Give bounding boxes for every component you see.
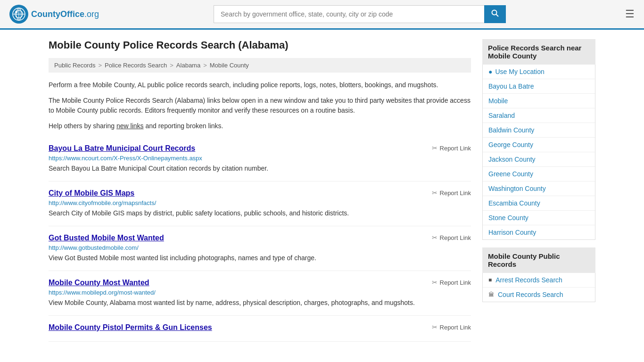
sidebar-item[interactable]: Washington County bbox=[483, 181, 595, 196]
result-header: Got Busted Mobile Most Wanted ✂ Report L… bbox=[49, 234, 471, 242]
breadcrumb-alabama[interactable]: Alabama bbox=[176, 62, 200, 69]
result-item: Got Busted Mobile Most Wanted ✂ Report L… bbox=[49, 226, 471, 271]
result-title[interactable]: City of Mobile GIS Maps bbox=[49, 189, 134, 197]
sidebar-item[interactable]: Saraland bbox=[483, 108, 595, 123]
sidebar-item[interactable]: Bayou La Batre bbox=[483, 79, 595, 94]
nearby-link[interactable]: Bayou La Batre bbox=[488, 82, 534, 90]
nearby-link[interactable]: Washington County bbox=[488, 185, 546, 192]
svg-point-6 bbox=[492, 10, 497, 15]
result-desc: Search City of Mobile GIS maps by distri… bbox=[49, 208, 471, 218]
result-title[interactable]: Got Busted Mobile Most Wanted bbox=[49, 234, 164, 242]
report-link-label: Report Link bbox=[440, 324, 471, 331]
sidebar-item[interactable]: Harrison County bbox=[483, 225, 595, 239]
use-location-item[interactable]: ● Use My Location bbox=[488, 68, 589, 75]
result-title[interactable]: Mobile County Most Wanted bbox=[49, 279, 149, 287]
sidebar-item[interactable]: Baldwin County bbox=[483, 123, 595, 138]
svg-line-7 bbox=[496, 15, 499, 17]
sidebar-nearby-section: Police Records Search near Mobile County… bbox=[482, 39, 595, 240]
nearby-link[interactable]: Mobile bbox=[488, 97, 508, 105]
nearby-link[interactable]: George County bbox=[488, 141, 533, 148]
breadcrumb-sep-1: > bbox=[98, 62, 102, 69]
result-url[interactable]: http://www.gotbustedmobile.com/ bbox=[49, 244, 471, 251]
sidebar-item[interactable]: George County bbox=[483, 138, 595, 152]
nearby-link[interactable]: Jackson County bbox=[488, 156, 536, 163]
result-title[interactable]: Bayou La Batre Municipal Court Records bbox=[49, 144, 195, 153]
sidebar-use-location[interactable]: ● Use My Location bbox=[483, 65, 595, 79]
logo-tld: .org bbox=[84, 9, 99, 19]
result-title[interactable]: Mobile County Pistol Permits & Gun Licen… bbox=[49, 323, 212, 332]
description-para-3: Help others by sharing new links and rep… bbox=[49, 121, 471, 131]
sidebar-nearby-links: ● Use My Location Bayou La Batre Mobile … bbox=[482, 65, 595, 240]
report-icon: ✂ bbox=[432, 279, 438, 286]
report-link-label: Report Link bbox=[440, 189, 471, 197]
result-header: Mobile County Most Wanted ✂ Report Link bbox=[49, 279, 471, 287]
nearby-link[interactable]: Stone County bbox=[488, 214, 528, 222]
record-icon: ■ bbox=[488, 277, 492, 283]
result-header: Bayou La Batre Municipal Court Records ✂… bbox=[49, 144, 471, 153]
description-para-1: Perform a free Mobile County, AL public … bbox=[49, 80, 471, 90]
result-url[interactable]: https://www.mobilepd.org/most-wanted/ bbox=[49, 289, 471, 296]
nearby-link[interactable]: Greene County bbox=[488, 170, 533, 178]
sidebar: Police Records Search near Mobile County… bbox=[482, 39, 595, 342]
result-desc: View Mobile County, Alabama most wanted … bbox=[49, 298, 471, 308]
report-link-button[interactable]: ✂ Report Link bbox=[432, 234, 471, 241]
result-item: Mobile County Pistol Permits & Gun Licen… bbox=[49, 316, 471, 342]
sidebar-item[interactable]: Stone County bbox=[483, 211, 595, 225]
nearby-link[interactable]: Baldwin County bbox=[488, 126, 534, 134]
report-icon: ✂ bbox=[432, 144, 438, 152]
report-link-button[interactable]: ✂ Report Link bbox=[432, 323, 471, 331]
page-title: Mobile County Police Records Search (Ala… bbox=[49, 39, 471, 51]
nearby-link[interactable]: Escambia County bbox=[488, 199, 540, 207]
location-pin-icon: ● bbox=[488, 68, 492, 75]
search-input[interactable] bbox=[214, 5, 484, 23]
breadcrumb: Public Records > Police Records Search >… bbox=[49, 58, 471, 73]
breadcrumb-mobile-county[interactable]: Mobile County bbox=[210, 62, 249, 69]
record-icon: 🏛 bbox=[488, 291, 494, 298]
report-link-label: Report Link bbox=[440, 145, 471, 152]
menu-button[interactable]: ☰ bbox=[625, 9, 635, 19]
report-link-label: Report Link bbox=[440, 279, 471, 286]
sidebar-item[interactable]: Greene County bbox=[483, 167, 595, 181]
breadcrumb-sep-2: > bbox=[170, 62, 173, 69]
sidebar-item[interactable]: Escambia County bbox=[483, 196, 595, 211]
desc-suffix: and reporting broken links. bbox=[144, 122, 223, 130]
search-area bbox=[214, 5, 506, 23]
result-desc: Search Bayou La Batre Municipal Court ci… bbox=[49, 164, 471, 173]
sidebar-public-record-item[interactable]: ■ Arrest Records Search bbox=[483, 273, 595, 288]
logo-county: CountyOffice bbox=[31, 9, 84, 19]
public-record-link[interactable]: Arrest Records Search bbox=[495, 276, 562, 284]
results-list: Bayou La Batre Municipal Court Records ✂… bbox=[49, 137, 471, 342]
new-links-link[interactable]: new links bbox=[116, 122, 144, 130]
nearby-link[interactable]: Saraland bbox=[488, 112, 515, 119]
sidebar-item[interactable]: Mobile bbox=[483, 94, 595, 108]
report-link-button[interactable]: ✂ Report Link bbox=[432, 189, 471, 197]
sidebar-public-record-item[interactable]: 🏛 Court Records Search bbox=[483, 288, 595, 302]
svg-point-5 bbox=[16, 11, 18, 13]
logo-icon bbox=[9, 5, 28, 24]
breadcrumb-public-records[interactable]: Public Records bbox=[54, 62, 95, 69]
main-container: Mobile County Police Records Search (Ala… bbox=[39, 30, 605, 351]
sidebar-public-records-header: Mobile County Public Records bbox=[482, 247, 595, 273]
result-item: City of Mobile GIS Maps ✂ Report Link ht… bbox=[49, 181, 471, 226]
result-header: City of Mobile GIS Maps ✂ Report Link bbox=[49, 189, 471, 197]
result-desc: View Got Busted Mobile most wanted list … bbox=[49, 253, 471, 263]
report-icon: ✂ bbox=[432, 189, 438, 197]
report-link-button[interactable]: ✂ Report Link bbox=[432, 279, 471, 286]
logo[interactable]: CountyOffice.org bbox=[9, 5, 99, 24]
breadcrumb-sep-3: > bbox=[203, 62, 207, 69]
description-para-2: The Mobile County Police Records Search … bbox=[49, 96, 471, 115]
breadcrumb-police-records[interactable]: Police Records Search bbox=[105, 62, 167, 69]
menu-icon: ☰ bbox=[625, 8, 635, 20]
report-link-button[interactable]: ✂ Report Link bbox=[432, 144, 471, 152]
result-item: Bayou La Batre Municipal Court Records ✂… bbox=[49, 137, 471, 181]
report-icon: ✂ bbox=[432, 234, 438, 241]
result-url[interactable]: http://www.cityofmobile.org/mapsnfacts/ bbox=[49, 199, 471, 206]
search-button[interactable] bbox=[484, 5, 506, 23]
sidebar-item[interactable]: Jackson County bbox=[483, 152, 595, 167]
logo-text: CountyOffice.org bbox=[31, 9, 99, 19]
result-url[interactable]: https://www.ncourt.com/X-Press/X-Onlinep… bbox=[49, 155, 471, 162]
nearby-link[interactable]: Harrison County bbox=[488, 229, 536, 236]
page-header: CountyOffice.org ☰ bbox=[0, 0, 644, 30]
public-record-link[interactable]: Court Records Search bbox=[498, 291, 563, 298]
use-location-link[interactable]: Use My Location bbox=[495, 68, 544, 75]
